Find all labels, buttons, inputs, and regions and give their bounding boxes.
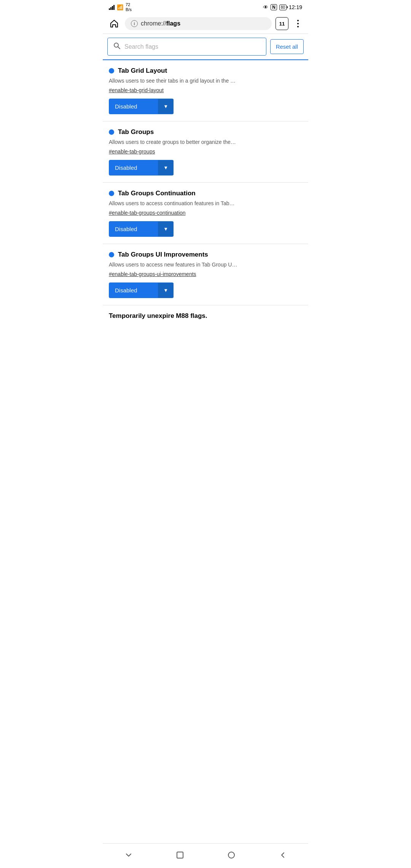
- flag-dropdown-value: Disabled: [109, 221, 158, 237]
- flag-dropdown[interactable]: Disabled ▼: [109, 99, 174, 114]
- flag-description: Allows users to create groups to better …: [109, 138, 302, 146]
- signal-icon: [109, 5, 115, 10]
- flag-list: Tab Grid Layout Allows users to see thei…: [103, 60, 308, 327]
- flag-item: Tab Groups UI Improvements Allows users …: [103, 244, 308, 305]
- time-display: 12:19: [289, 4, 302, 10]
- info-icon: i: [131, 20, 138, 27]
- flag-link[interactable]: #enable-tab-groups-continuation: [109, 210, 302, 216]
- flag-link[interactable]: #enable-tab-groups-ui-improvements: [109, 271, 302, 277]
- address-bold: flags: [166, 20, 180, 27]
- flag-title: Tab Groups Continuation: [118, 190, 196, 197]
- flag-title-row: Tab Groups UI Improvements: [109, 251, 302, 258]
- address-bar[interactable]: i chrome://flags: [125, 17, 272, 30]
- flag-active-dot: [109, 129, 114, 135]
- flag-item: Tab Grid Layout Allows users to see thei…: [103, 60, 308, 121]
- status-right: 👁 N 80 12:19: [263, 4, 302, 10]
- flag-description: Allows users to access continuation feat…: [109, 199, 302, 207]
- flag-dropdown[interactable]: Disabled ▼: [109, 160, 174, 176]
- flag-dropdown[interactable]: Disabled ▼: [109, 282, 174, 298]
- search-placeholder: Search flags: [124, 43, 158, 50]
- network-speed: 72 B/s: [126, 2, 132, 12]
- flag-dropdown-value: Disabled: [109, 282, 158, 298]
- more-dot-2: [297, 23, 299, 24]
- reset-all-button[interactable]: Reset all: [270, 39, 304, 54]
- search-icon: [113, 42, 121, 51]
- eye-icon: 👁: [263, 4, 268, 10]
- battery-icon: 80: [279, 5, 287, 10]
- flag-active-dot: [109, 68, 114, 73]
- dropdown-arrow-icon: ▼: [158, 283, 174, 298]
- n-badge: N: [271, 4, 277, 10]
- tab-count-button[interactable]: 11: [276, 17, 288, 30]
- dropdown-arrow-icon: ▼: [158, 222, 174, 236]
- flag-active-dot: [109, 191, 114, 196]
- flag-title-row: Tab Groups: [109, 128, 302, 136]
- more-dot-1: [297, 20, 299, 21]
- battery-level: 80: [281, 5, 285, 10]
- status-bar: 📶 72 B/s 👁 N 80 12:19: [103, 0, 308, 14]
- flag-dropdown[interactable]: Disabled ▼: [109, 221, 174, 237]
- flag-title: Tab Groups UI Improvements: [118, 251, 208, 258]
- browser-bar: i chrome://flags 11: [103, 14, 308, 34]
- page-content: Tab Grid Layout Allows users to see thei…: [103, 60, 308, 353]
- flag-link[interactable]: #enable-tab-groups: [109, 148, 302, 155]
- flag-dropdown-value: Disabled: [109, 160, 158, 176]
- flag-title: Tab Grid Layout: [118, 67, 167, 75]
- svg-line-1: [118, 47, 120, 49]
- flag-dropdown-value: Disabled: [109, 99, 158, 114]
- flag-title-row: Tab Groups Continuation: [109, 190, 302, 197]
- more-menu-button[interactable]: [292, 18, 304, 29]
- flag-description: Allows users to access new features in T…: [109, 261, 302, 269]
- wifi-icon: 📶: [117, 4, 123, 10]
- flag-item: Tab Groups Continuation Allows users to …: [103, 183, 308, 244]
- status-left: 📶 72 B/s: [109, 2, 132, 12]
- flag-item: Tab Groups Allows users to create groups…: [103, 121, 308, 183]
- home-button[interactable]: [107, 17, 121, 30]
- home-icon: [109, 19, 119, 29]
- flag-description: Allows users to see their tabs in a grid…: [109, 77, 302, 85]
- bottom-item: Temporarily unexpire M88 flags.: [103, 305, 308, 327]
- more-dot-3: [297, 26, 299, 27]
- search-box[interactable]: Search flags: [107, 38, 266, 56]
- address-text: chrome://flags: [141, 20, 180, 27]
- bottom-item-text: Temporarily unexpire M88 flags.: [109, 312, 207, 319]
- address-prefix: chrome://: [141, 20, 166, 27]
- search-area: Search flags Reset all: [103, 34, 308, 60]
- flag-title-row: Tab Grid Layout: [109, 67, 302, 75]
- flag-link[interactable]: #enable-tab-grid-layout: [109, 87, 302, 93]
- dropdown-arrow-icon: ▼: [158, 99, 174, 114]
- flag-active-dot: [109, 252, 114, 257]
- tab-count: 11: [279, 21, 285, 27]
- flag-title: Tab Groups: [118, 128, 154, 136]
- dropdown-arrow-icon: ▼: [158, 160, 174, 175]
